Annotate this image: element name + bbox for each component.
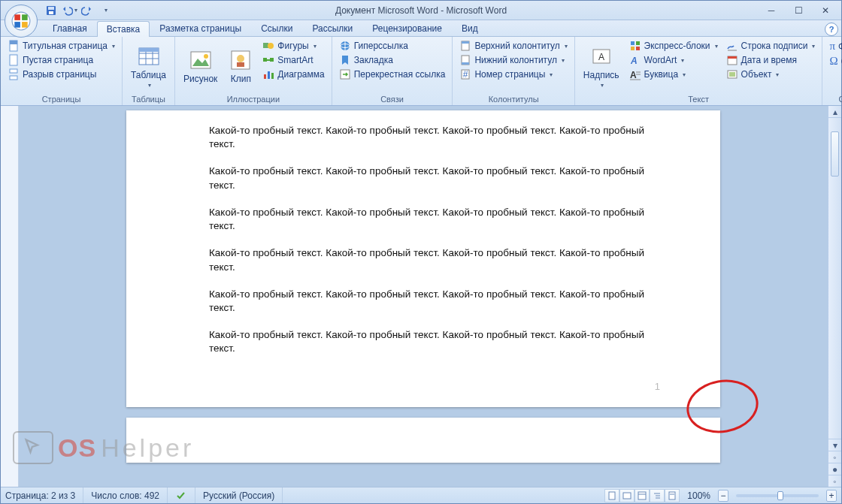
scroll-down-button[interactable]: ▾ [828,439,841,451]
chart-button[interactable]: Диаграмма [259,68,327,81]
status-page[interactable]: Страница: 2 из 3 [5,487,83,503]
textbox-button[interactable]: AНадпись▾ [579,39,624,93]
footer-button[interactable]: Нижний колонтитул▾ [456,53,570,67]
chart-label: Диаграмма [277,69,324,80]
svg-text:A: A [598,52,604,62]
blank-page-button[interactable]: Пустая страница [5,53,118,67]
textbox-label: Надпись [583,70,619,80]
wordart-label: WordArt [644,55,677,65]
paragraph[interactable]: Какой-то пробный текст. Какой-то пробный… [209,328,672,355]
svg-text:A: A [630,70,637,80]
bookmark-button[interactable]: Закладка [336,53,449,67]
minimize-button[interactable]: ─ [759,4,784,17]
group-illustrations: Рисунок Клип Фигуры▾ SmartArt Диаграмма … [175,37,332,105]
hyperlink-label: Гиперссылка [354,41,408,51]
vertical-scrollbar[interactable]: ▴ ▾ ◦ ● ◦ [828,106,841,487]
tab-home[interactable]: Главная [43,20,97,36]
prev-page-button[interactable]: ◦ [828,451,841,463]
quickparts-button[interactable]: Экспресс-блоки▾ [626,39,721,53]
save-button[interactable] [43,3,59,18]
tab-references[interactable]: Ссылки [251,20,302,36]
header-button[interactable]: Верхний колонтитул▾ [456,39,570,53]
pagenum-button[interactable]: #Номер страницы▾ [456,68,570,81]
next-page-button[interactable]: ◦ [828,475,841,487]
dropcap-label: Буквица [644,69,679,80]
datetime-button[interactable]: Дата и время [723,53,819,67]
picture-label: Рисунок [183,74,217,84]
picture-button[interactable]: Рисунок [179,39,222,93]
svg-rect-60 [623,493,631,499]
status-spellcheck[interactable] [175,487,195,503]
clip-button[interactable]: Клип [224,39,257,93]
shapes-button[interactable]: Фигуры▾ [259,39,327,53]
svg-rect-2 [22,14,28,20]
page-break-button[interactable]: Разрыв страницы [5,68,118,81]
cover-page-button[interactable]: Титульная страница▾ [5,39,118,53]
view-full-screen[interactable] [619,489,635,502]
page-break-label: Разрыв страницы [23,69,96,80]
help-button[interactable]: ? [825,23,838,36]
page-2[interactable] [126,418,720,463]
equation-button[interactable]: πФормула▾ [826,39,842,53]
svg-rect-24 [237,62,244,67]
document-area[interactable]: Какой-то пробный текст. Какой-то пробный… [19,106,828,487]
zoom-out-button[interactable]: − [718,490,728,502]
group-headerfooter-label: Колонтитулы [456,93,570,105]
svg-rect-58 [729,72,735,77]
vertical-ruler[interactable] [1,106,19,487]
paragraph[interactable]: Какой-то пробный текст. Какой-то пробный… [209,164,672,192]
close-button[interactable]: ✕ [813,4,838,17]
tab-review[interactable]: Рецензирование [362,20,452,36]
paragraph[interactable]: Какой-то пробный текст. Какой-то пробный… [209,124,672,151]
paragraph[interactable]: Какой-то пробный текст. Какой-то пробный… [209,288,672,315]
browse-object-button[interactable]: ● [828,463,841,475]
symbol-button[interactable]: ΩСимвол▾ [826,54,842,68]
undo-button[interactable]: ▾ [61,3,77,18]
zoom-slider[interactable] [736,494,819,497]
smartart-button[interactable]: SmartArt [259,53,327,67]
view-print-layout[interactable] [604,489,619,502]
tab-pagelayout[interactable]: Разметка страницы [150,20,251,36]
group-text: AНадпись▾ Экспресс-блоки▾ AWordArt▾ AБук… [575,37,823,105]
qat-customize-button[interactable]: ▾ [97,3,114,18]
zoom-slider-handle[interactable] [777,491,783,500]
table-button[interactable]: Таблица▾ [126,39,171,93]
paragraph[interactable]: Какой-то пробный текст. Какой-то пробный… [209,246,672,273]
hyperlink-button[interactable]: Гиперссылка [336,39,449,53]
svg-rect-32 [271,73,274,79]
group-headerfooter: Верхний колонтитул▾ Нижний колонтитул▾ #… [453,37,574,105]
svg-rect-59 [609,492,615,499]
object-button[interactable]: Объект▾ [723,68,819,81]
object-label: Объект [741,69,772,80]
datetime-label: Дата и время [741,55,797,65]
view-web-layout[interactable] [635,489,650,502]
status-words[interactable]: Число слов: 492 [91,487,168,503]
crossref-button[interactable]: Перекрестная ссылка [336,68,449,81]
ribbon-tabs: Главная Вставка Разметка страницы Ссылки… [1,20,841,37]
svg-point-21 [204,54,208,59]
svg-rect-3 [14,22,20,28]
scroll-up-button[interactable]: ▴ [828,106,841,118]
dropcap-button[interactable]: AБуквица▾ [626,68,721,81]
zoom-in-button[interactable]: + [826,490,837,502]
svg-rect-56 [728,56,737,59]
scroll-thumb[interactable] [831,131,839,177]
svg-rect-28 [270,58,274,62]
tab-view[interactable]: Вид [452,20,488,36]
paragraph[interactable]: Какой-то пробный текст. Какой-то пробный… [209,206,672,233]
redo-button[interactable] [79,3,95,18]
signature-button[interactable]: Строка подписи▾ [723,39,819,53]
group-tables-label: Таблицы [126,93,171,105]
view-draft[interactable] [665,489,680,502]
zoom-level[interactable]: 100% [687,490,710,501]
page-1[interactable]: Какой-то пробный текст. Какой-то пробный… [126,110,720,407]
table-label: Таблица [131,70,166,80]
svg-rect-25 [263,43,268,48]
office-button[interactable] [5,5,38,38]
wordart-button[interactable]: AWordArt▾ [626,53,721,67]
maximize-button[interactable]: ☐ [786,4,811,17]
view-outline[interactable] [650,489,665,502]
tab-mailings[interactable]: Рассылки [302,20,362,36]
tab-insert[interactable]: Вставка [97,21,150,37]
status-language[interactable]: Русский (Россия) [203,487,283,503]
